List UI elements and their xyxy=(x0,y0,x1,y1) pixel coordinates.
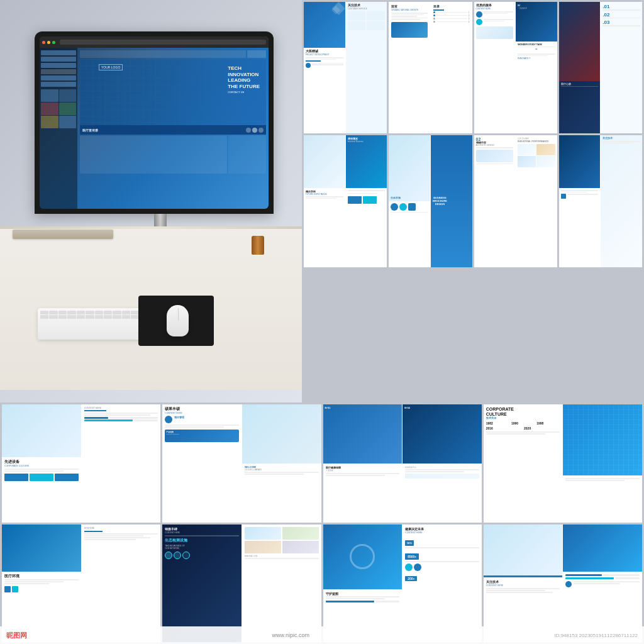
brochure-spread-1[interactable]: 大医精诚 PROJECT DEVELOPMENT 关注技术 xyxy=(304,2,387,133)
screen-logo: YOUR LOGO xyxy=(99,64,123,70)
watermark-site: www.nipic.com xyxy=(272,632,309,638)
bottom-page-7a: 守护蓝图 xyxy=(323,525,402,643)
brochure-page-7b: 公共卫生服务 INDUSTRIAL PERFORMANCE xyxy=(516,135,557,267)
watermark-area: 昵图网 www.nipic.com ID:948153 202305191112… xyxy=(0,626,644,644)
brochure-spread-4[interactable]: 医疗心脏 .01 .02 .03 xyxy=(559,2,642,133)
screen-main: YOUR LOGO TECHINNOVATIONLEADINGTHE FUTUR… xyxy=(77,48,269,209)
brochure-page-4a: 医疗心脏 xyxy=(559,2,601,133)
screen-hero-text: TECHINNOVATIONLEADINGTHE FUTURE CONTACT … xyxy=(228,65,260,94)
brochure-page-7a: 02 精确市容 AESTHETIC DESIGN xyxy=(474,135,516,267)
brochure-page-2a: 前言 ORGANIC NATURAL GROWTH xyxy=(389,2,430,133)
brochure-page-1b: 关注技术 CUSTOMER SERVICE xyxy=(346,2,387,133)
bottom-spread-5[interactable]: 医疗环境 科技先锋 xyxy=(2,525,160,643)
monitor-frame: YOUR LOGO TECHINNOVATIONLEADINGTHE FUTUR… xyxy=(35,31,274,214)
brochure-page-2b: 目录 1 2 xyxy=(431,2,472,133)
bottom-page-8b xyxy=(563,525,642,643)
bottom-page-2b: WELCOME TO OUR COMPANY xyxy=(242,404,321,523)
brochure-spread-7[interactable]: 02 精确市容 AESTHETIC DESIGN 公共卫生服务 INDUSTRI… xyxy=(474,135,557,267)
bottom-section: 先进设备 CORPORATE CULTURE CONTENT HERE xyxy=(0,402,644,644)
brochure-page-5b: 厚积薄发 Industrial Business xyxy=(346,135,387,267)
bottom-page-2a: 硕果丰硕 CONTENT HERE 项目管理 产业优势 OPPORTUNITIE… xyxy=(162,404,242,523)
bottom-page-1b: CONTENT HERE xyxy=(82,404,161,523)
brochure-spread-5[interactable]: 精尖学科 FUTURE EXPECTATION 厚积薄发 Industrial … xyxy=(304,135,387,267)
mouse xyxy=(167,305,189,336)
brochure-spread-6[interactable]: 生命学海 BUSINESSBROCHUREDESIGN xyxy=(389,135,472,267)
bottom-page-3a: N°01 医疗健康保障 工业智能 xyxy=(323,404,402,523)
watermark-logo: 昵图网 xyxy=(6,631,27,640)
bottom-spread-2[interactable]: 硕果丰硕 CONTENT HERE 项目管理 产业优势 OPPORTUNITIE… xyxy=(162,404,321,523)
desk-surface xyxy=(0,226,302,390)
bottom-page-5b: 科技先锋 xyxy=(82,525,161,643)
brochure-page-8a xyxy=(559,135,601,267)
bottom-page-4b xyxy=(563,404,642,523)
bottom-spread-6[interactable]: 锦旗丰碑 CONTENT HERE 生态检测设施 TAKE ADVANTAGE … xyxy=(162,525,321,643)
bottom-page-4a: CORPORATECULTURE 技术共治 1982 1990 1998 201… xyxy=(484,404,563,523)
screen-toolbar xyxy=(40,36,269,48)
brochure-page-5a: 精尖学科 FUTURE EXPECTATION xyxy=(304,135,345,267)
bottom-spread-3[interactable]: N°01 医疗健康保障 工业智能 N°02 利润营造平台 xyxy=(323,404,482,523)
brochure-page-4b: .01 .02 .03 xyxy=(601,2,642,133)
screen-hero: YOUR LOGO TECHINNOVATIONLEADINGTHE FUTUR… xyxy=(80,59,266,135)
bottom-page-3b: N°02 利润营造平台 xyxy=(402,404,482,523)
bottom-spread-1[interactable]: 先进设备 CORPORATE CULTURE CONTENT HERE xyxy=(2,404,160,523)
screen-body: YOUR LOGO TECHINNOVATIONLEADINGTHE FUTUR… xyxy=(40,48,269,209)
bottom-spread-8[interactable]: 关注技术 CONTENT HERE xyxy=(484,525,642,643)
brochure-page-1a: 大医精诚 PROJECT DEVELOPMENT xyxy=(304,2,345,133)
brochure-page-8b: 关注技术 xyxy=(601,135,642,267)
bottom-page-1a: 先进设备 CORPORATE CULTURE xyxy=(2,404,81,523)
brochure-page-3a: 优质的服务 CONTENT HERE xyxy=(474,2,516,133)
bottom-spread-7[interactable]: 守护蓝图 健康决定未来 CONTENT HERE 96% 8500+ xyxy=(323,525,482,643)
bottom-page-5a: 医疗环境 xyxy=(2,525,81,643)
brochure-page-3b: N° 一流的技术 WONDER STUDY TASK " INNOVATE™ xyxy=(516,2,557,133)
bottom-page-7b: 健康决定未来 CONTENT HERE 96% 8500+ 200+ xyxy=(402,525,482,643)
bottom-page-6a: 锦旗丰碑 CONTENT HERE 生态检测设施 TAKE ADVANTAGE … xyxy=(162,525,242,643)
bottom-page-8a: 关注技术 CONTENT HERE xyxy=(484,525,563,643)
screen-sidebar xyxy=(40,48,77,209)
main-container: YOUR LOGO TECHINNOVATIONLEADINGTHE FUTUR… xyxy=(0,0,644,644)
brochure-spread-3[interactable]: 优质的服务 CONTENT HERE xyxy=(474,2,557,133)
desk-scene: YOUR LOGO TECHINNOVATIONLEADINGTHE FUTUR… xyxy=(13,13,289,390)
brochure-page-6b: BUSINESSBROCHUREDESIGN xyxy=(431,135,472,267)
monitor-screen: YOUR LOGO TECHINNOVATIONLEADINGTHE FUTUR… xyxy=(40,36,269,209)
brochure-spread-2[interactable]: 前言 ORGANIC NATURAL GROWTH 目录 xyxy=(389,2,472,133)
brochure-spread-8[interactable]: 关注技术 xyxy=(559,135,642,267)
top-section: YOUR LOGO TECHINNOVATIONLEADINGTHE FUTUR… xyxy=(0,0,644,402)
brochure-grid-top: 大医精诚 PROJECT DEVELOPMENT 关注技术 xyxy=(302,0,644,402)
bottom-page-6b: 锦旗丰硕人才队 xyxy=(242,525,321,643)
brochure-page-6a: 生命学海 xyxy=(389,135,430,267)
monitor-area: YOUR LOGO TECHINNOVATIONLEADINGTHE FUTUR… xyxy=(0,0,302,402)
keyboard xyxy=(38,308,151,340)
bottom-spread-4[interactable]: CORPORATECULTURE 技术共治 1982 1990 1998 201… xyxy=(484,404,642,523)
watermark-id: ID:948153 202305191112286711122 xyxy=(554,633,638,638)
